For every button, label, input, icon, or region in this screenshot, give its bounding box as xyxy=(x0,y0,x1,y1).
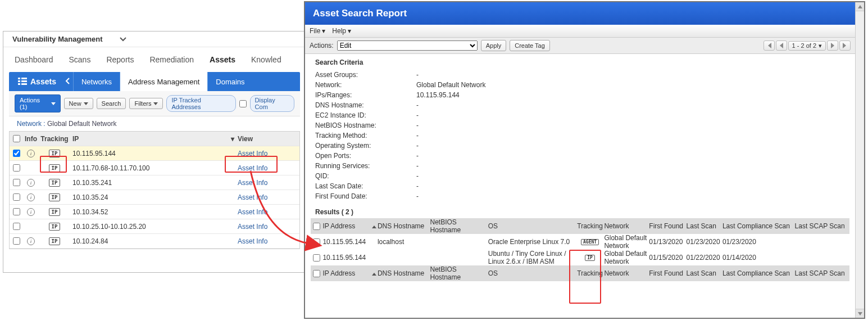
filters-button[interactable]: Filters xyxy=(129,98,163,109)
asset-info-link[interactable]: Asset Info xyxy=(238,164,267,172)
col-header-info[interactable]: Info xyxy=(23,135,39,143)
pager-last-button[interactable] xyxy=(839,40,851,51)
col-header-ip[interactable]: IP ▾ xyxy=(70,135,238,143)
module-selector[interactable]: Vulnerability Management xyxy=(3,31,306,47)
rc-header-last-scan[interactable]: Last Scan xyxy=(687,222,722,230)
display-compliance-checkbox[interactable] xyxy=(239,100,247,107)
criteria-label: Open Ports: xyxy=(315,152,416,160)
row-checkbox[interactable] xyxy=(313,238,320,246)
grid-row[interactable]: i IP 10.10.24.84 Asset Info xyxy=(10,234,299,249)
last-scan-cell: 01/22/2020 xyxy=(687,254,722,262)
grid-row[interactable]: i IP 10.10.35.241 Asset Info xyxy=(10,175,299,190)
rc-header-netbios[interactable]: NetBIOS Hostname xyxy=(430,218,488,234)
pager-prev-button[interactable] xyxy=(776,40,787,51)
tracking-badge: IP xyxy=(49,208,61,216)
ip-cell: 10.10.25.10-10.10.25.20 xyxy=(70,223,238,231)
row-checkbox[interactable] xyxy=(13,237,20,245)
row-checkbox[interactable] xyxy=(13,179,20,186)
grid-row[interactable]: IP 10.10.25.10-10.10.25.20 Asset Info xyxy=(10,219,299,234)
subnav-tab-networks[interactable]: Networks xyxy=(73,72,120,91)
pager-range[interactable]: 1 - 2 of 2▾ xyxy=(788,41,826,51)
criteria-value: - xyxy=(416,111,419,119)
rc-header-ip[interactable]: IP Address xyxy=(322,222,372,230)
grid-row[interactable]: i IP 10.10.34.52 Asset Info xyxy=(10,205,299,219)
select-all-checkbox[interactable] xyxy=(13,135,20,142)
criteria-label: First Found Date: xyxy=(315,192,416,200)
row-checkbox[interactable] xyxy=(13,208,20,215)
subnav-tab-domains[interactable]: Domains xyxy=(207,72,252,91)
report-actions-bar: Actions: Edit Apply Create Tag 1 - 2 of … xyxy=(305,38,855,54)
caret-down-icon: ▾ xyxy=(322,27,325,35)
info-icon[interactable]: i xyxy=(27,208,35,216)
tab-remediation[interactable]: Remediation xyxy=(147,52,196,69)
tab-dashboard[interactable]: Dashboard xyxy=(12,52,56,69)
criteria-value: - xyxy=(416,152,419,160)
tracking-badge: IP xyxy=(49,193,61,201)
grid-row[interactable]: IP 10.11.70.68-10.11.70.100 Asset Info xyxy=(10,161,299,175)
tab-assets[interactable]: Assets xyxy=(207,52,238,69)
asset-info-link[interactable]: Asset Info xyxy=(238,237,267,245)
grid-row[interactable]: i IP 10.10.35.24 Asset Info xyxy=(10,190,299,205)
row-checkbox[interactable] xyxy=(13,164,20,172)
results-select-all[interactable] xyxy=(313,223,320,230)
scroll-down-button[interactable] xyxy=(856,309,864,318)
pager-next-button[interactable] xyxy=(827,40,838,51)
apply-button[interactable]: Apply xyxy=(481,40,507,51)
menu-file[interactable]: File▾ xyxy=(310,27,325,35)
asset-info-link[interactable]: Asset Info xyxy=(238,179,267,187)
create-tag-button[interactable]: Create Tag xyxy=(510,40,550,51)
menu-help[interactable]: Help▾ xyxy=(332,27,351,35)
chevron-left-icon[interactable] xyxy=(65,78,70,86)
row-checkbox[interactable] xyxy=(313,254,320,262)
grid-row[interactable]: i IP 10.115.95.144 Asset Info xyxy=(10,146,299,161)
rc-header-tracking[interactable]: Tracking xyxy=(576,222,605,230)
row-checkbox[interactable] xyxy=(13,193,20,201)
tab-scans[interactable]: Scans xyxy=(67,52,93,69)
info-icon[interactable]: i xyxy=(27,193,35,201)
rc-header-last-compliance[interactable]: Last Compliance Scan xyxy=(722,222,795,230)
svg-rect-4 xyxy=(18,83,20,85)
rc-header-first-found[interactable]: First Found xyxy=(649,222,686,230)
actions-button[interactable]: Actions (1) xyxy=(15,94,61,112)
os-cell: Oracle Enterprise Linux 7.0 xyxy=(488,238,576,246)
criteria-value: - xyxy=(416,192,419,200)
scroll-up-button[interactable] xyxy=(856,2,864,11)
info-icon[interactable]: i xyxy=(27,237,35,245)
ip-tracked-pill[interactable]: IP Tracked Addresses xyxy=(166,95,235,112)
pager-first-button[interactable] xyxy=(764,40,775,51)
new-button[interactable]: New xyxy=(64,98,93,109)
rc-header-last-scap[interactable]: Last SCAP Scan xyxy=(795,222,849,230)
actions-select[interactable]: Edit xyxy=(337,40,478,51)
search-button[interactable]: Search xyxy=(97,98,126,109)
tab-reports[interactable]: Reports xyxy=(104,52,136,69)
results-row[interactable]: 10.115.95.144 localhost Oracle Enterpris… xyxy=(311,234,849,250)
rc-header-dns[interactable]: DNS Hostname xyxy=(378,222,430,230)
tracking-badge: IP xyxy=(49,237,61,245)
results-row[interactable]: 10.115.95.144 Ubuntu / Tiny Core Linux /… xyxy=(311,250,849,265)
results-select-all-footer[interactable] xyxy=(313,270,320,277)
criteria-label: NetBIOS Hostname: xyxy=(315,121,416,129)
col-header-view[interactable]: View xyxy=(238,135,299,143)
asset-info-link[interactable]: Asset Info xyxy=(238,223,267,231)
criteria-row: Network:Global Default Network xyxy=(315,80,845,90)
tab-knowledge[interactable]: Knowled xyxy=(249,52,284,69)
vertical-scrollbar[interactable] xyxy=(855,2,864,318)
info-icon[interactable]: i xyxy=(27,179,35,187)
info-icon[interactable]: i xyxy=(27,150,35,157)
asset-info-link[interactable]: Asset Info xyxy=(238,208,267,216)
row-checkbox[interactable] xyxy=(13,150,20,157)
caret-down-icon: ▾ xyxy=(348,27,351,35)
asset-info-link[interactable]: Asset Info xyxy=(238,150,267,157)
row-checkbox[interactable] xyxy=(13,223,20,230)
criteria-row: Last Scan Date:- xyxy=(315,181,845,191)
svg-rect-0 xyxy=(18,78,20,79)
asset-info-link[interactable]: Asset Info xyxy=(238,193,267,201)
rc-header-network[interactable]: Network xyxy=(604,222,649,230)
col-header-tracking[interactable]: Tracking xyxy=(39,135,70,143)
subnav-tab-address-management[interactable]: Address Management xyxy=(120,72,207,91)
display-compliance-pill[interactable]: Display Com xyxy=(250,95,294,112)
rc-header-os[interactable]: OS xyxy=(488,222,576,230)
criteria-title: Search Criteria xyxy=(315,58,845,66)
criteria-value: - xyxy=(416,162,419,170)
criteria-row: Tracking Method:- xyxy=(315,130,845,141)
